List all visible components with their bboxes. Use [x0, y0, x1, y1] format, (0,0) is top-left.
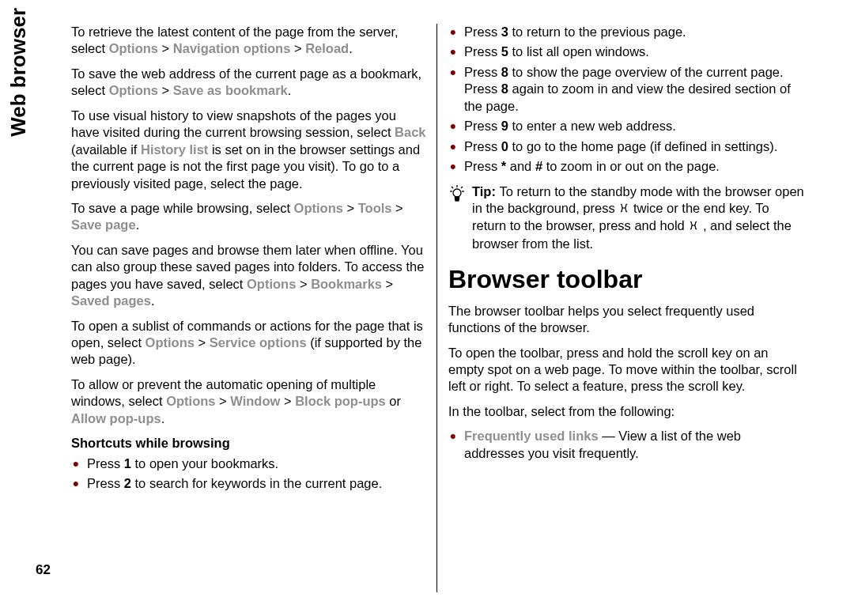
shortcut-item: Press 1 to open your bookmarks.: [71, 455, 427, 472]
para-save-page: To save a page while browsing, select Op…: [71, 200, 427, 234]
shortcut-item: Press 0 to go to the home page (if defin…: [448, 138, 804, 155]
para-toolbar-select: In the toolbar, select from the followin…: [448, 403, 804, 420]
toolbar-option-list: Frequently used links — View a list of t…: [448, 428, 804, 462]
section-heading-browser-toolbar: Browser toolbar: [448, 263, 804, 297]
para-toolbar-intro: The browser toolbar helps you select fre…: [448, 303, 804, 337]
para-service-options: To open a sublist of commands or actions…: [71, 318, 427, 368]
svg-line-1: [452, 187, 453, 188]
toolbar-option-item: Frequently used links — View a list of t…: [448, 428, 804, 462]
shortcut-item: Press 8 to show the page overview of the…: [448, 64, 804, 115]
shortcut-item: Press * and # to zoom in or out on the p…: [448, 158, 804, 175]
svg-rect-7: [455, 199, 459, 201]
shortcut-list-left: Press 1 to open your bookmarks. Press 2 …: [71, 455, 427, 493]
svg-line-2: [461, 187, 463, 188]
tip-text: Tip: To return to the standby mode with …: [472, 183, 804, 253]
shortcut-item: Press 2 to search for keywords in the cu…: [71, 475, 427, 492]
menu-key-icon: [688, 218, 699, 235]
para-popups: To allow or prevent the automatic openin…: [71, 376, 427, 427]
tip-block: Tip: To return to the standby mode with …: [448, 183, 804, 253]
left-column: To retrieve the latest content of the pa…: [71, 24, 436, 592]
shortcut-item: Press 9 to enter a new web address.: [448, 118, 804, 134]
para-visual-history: To use visual history to view snapshots …: [71, 108, 427, 192]
svg-point-5: [453, 189, 461, 197]
shortcut-list-right: Press 3 to return to the previous page. …: [448, 24, 804, 176]
para-save-bookmark: To save the web address of the current p…: [71, 66, 427, 100]
right-column: Press 3 to return to the previous page. …: [436, 24, 804, 592]
para-toolbar-open: To open the toolbar, press and hold the …: [448, 345, 804, 395]
shortcut-item: Press 3 to return to the previous page.: [448, 24, 804, 40]
para-reload: To retrieve the latest content of the pa…: [71, 24, 427, 58]
manual-page: Web browser 62 To retrieve the latest co…: [0, 0, 854, 616]
page-number: 62: [36, 562, 51, 578]
shortcuts-heading: Shortcuts while browsing: [71, 435, 427, 452]
side-section-title: Web browser: [6, 8, 31, 137]
shortcut-item: Press 5 to list all open windows.: [448, 43, 804, 60]
two-column-layout: To retrieve the latest content of the pa…: [71, 24, 826, 592]
para-saved-pages: You can save pages and browse them later…: [71, 242, 427, 310]
menu-key-icon: [618, 201, 629, 217]
lightbulb-icon: [448, 185, 466, 208]
